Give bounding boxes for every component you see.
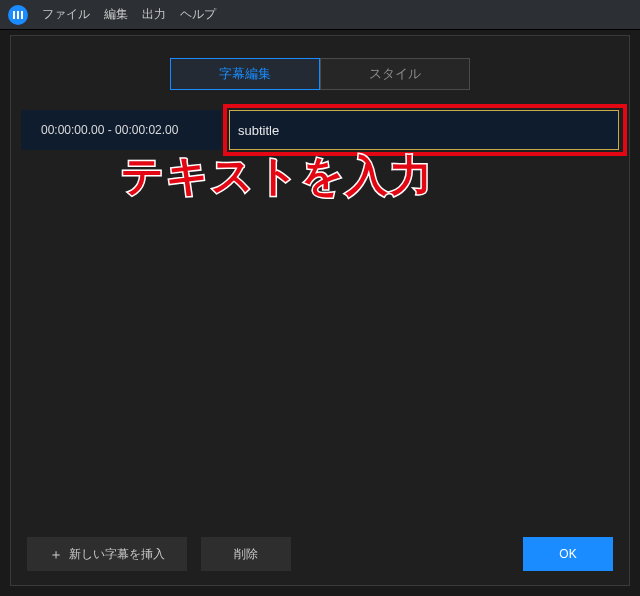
bottom-bar: ＋ 新しい字幕を挿入 削除 OK	[11, 523, 629, 585]
delete-button[interactable]: 削除	[201, 537, 291, 571]
insert-subtitle-button[interactable]: ＋ 新しい字幕を挿入	[27, 537, 187, 571]
tabs: 字幕編集 スタイル	[11, 58, 629, 90]
menu-edit[interactable]: 編集	[104, 6, 128, 23]
menu-output[interactable]: 出力	[142, 6, 166, 23]
tab-style[interactable]: スタイル	[320, 58, 470, 90]
menubar: ファイル 編集 出力 ヘルプ	[0, 0, 640, 30]
plus-icon: ＋	[49, 547, 63, 561]
insert-subtitle-label: 新しい字幕を挿入	[69, 546, 165, 563]
subtitle-text-input[interactable]: subtitle	[229, 110, 619, 150]
app-logo-icon	[8, 5, 28, 25]
menu-file[interactable]: ファイル	[42, 6, 90, 23]
subtitle-rows: 00:00:00.00 - 00:00:02.00 subtitle テキストを…	[11, 110, 629, 523]
tab-subtitle-edit[interactable]: 字幕編集	[170, 58, 320, 90]
subtitle-time-range[interactable]: 00:00:00.00 - 00:00:02.00	[21, 110, 221, 150]
svg-rect-1	[17, 11, 19, 19]
subtitle-panel: 字幕編集 スタイル 00:00:00.00 - 00:00:02.00 subt…	[10, 35, 630, 586]
svg-rect-0	[13, 11, 15, 19]
menu-help[interactable]: ヘルプ	[180, 6, 216, 23]
subtitle-row: 00:00:00.00 - 00:00:02.00 subtitle	[21, 110, 619, 150]
ok-button[interactable]: OK	[523, 537, 613, 571]
annotation-callout-text: テキストを入力	[121, 148, 629, 204]
svg-rect-2	[21, 11, 23, 19]
